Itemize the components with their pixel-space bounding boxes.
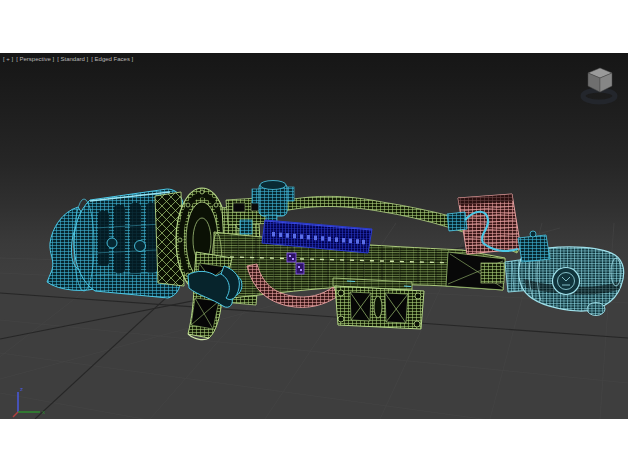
- viewport-render-preset-label[interactable]: [ Standard ]: [57, 56, 88, 62]
- axis-tripod: z x: [13, 386, 45, 417]
- screenshot-root: z x [ + ][ Perspective ][ Standard ][ Ed…: [0, 0, 628, 472]
- axis-x-label: x: [42, 409, 45, 415]
- ammo-box[interactable]: [333, 278, 424, 329]
- model-wireframe-gun[interactable]: [47, 181, 624, 340]
- view-cube[interactable]: [583, 68, 615, 102]
- viewport-label-row: [ + ][ Perspective ][ Standard ][ Edged …: [3, 55, 136, 63]
- cyan-fitting[interactable]: [240, 220, 252, 234]
- axis-z-label: z: [20, 386, 23, 392]
- viewport-3d[interactable]: z x [ + ][ Perspective ][ Standard ][ Ed…: [0, 53, 628, 419]
- scene-svg: z x: [0, 53, 628, 419]
- side-box[interactable]: [458, 194, 521, 254]
- viewport-pov-label[interactable]: [ Perspective ]: [16, 56, 54, 62]
- viewport-maximize-label[interactable]: [ + ]: [3, 56, 13, 62]
- viewport-shading-label[interactable]: [ Edged Faces ]: [91, 56, 133, 62]
